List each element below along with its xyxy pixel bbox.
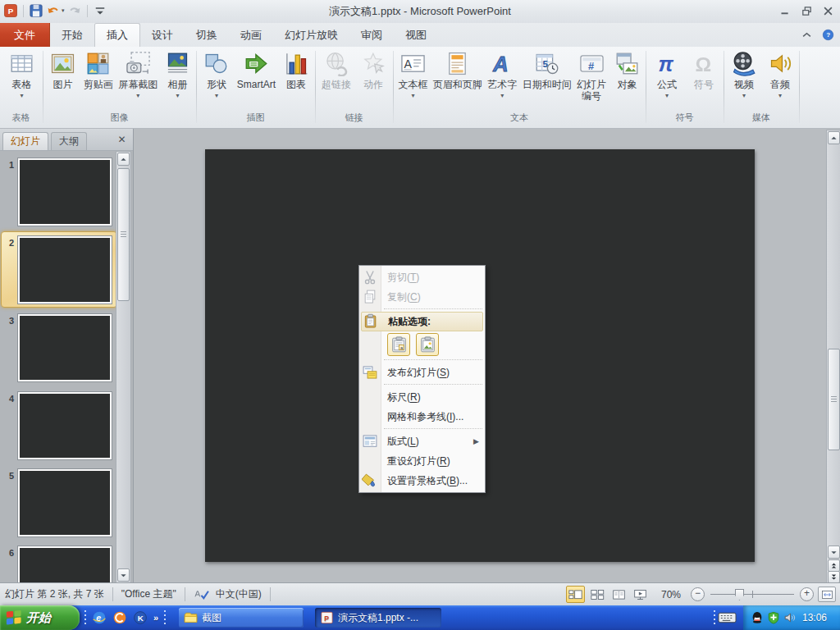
zoom-in-button[interactable]: + bbox=[800, 587, 814, 601]
paste-keep-format-button[interactable]: a bbox=[387, 333, 410, 356]
tab-文件[interactable]: 文件 bbox=[0, 23, 50, 47]
slide-thumbnail-1[interactable]: 1 bbox=[0, 158, 131, 227]
menu-item-paste-options-header[interactable]: 粘贴选项: bbox=[361, 312, 483, 331]
quick-launch-overflow-chevron[interactable]: » bbox=[153, 613, 158, 623]
taskbar-item-screenshot-folder[interactable]: 截图 bbox=[179, 608, 304, 628]
chart-icon bbox=[284, 51, 309, 76]
tray-grip[interactable] bbox=[714, 610, 715, 625]
tab-审阅[interactable]: 审阅 bbox=[349, 23, 394, 47]
ribbon-button-label: 剪贴画 bbox=[84, 79, 113, 90]
slide-sorter-view-button[interactable] bbox=[589, 587, 606, 602]
ribbon-button-SmartArt[interactable]: SmartArt bbox=[236, 51, 276, 90]
restore-button[interactable] bbox=[800, 5, 814, 17]
undo-button[interactable] bbox=[46, 3, 61, 18]
zoom-slider[interactable] bbox=[710, 588, 794, 600]
tab-切换[interactable]: 切换 bbox=[185, 23, 229, 47]
quick-launch-grip[interactable] bbox=[164, 610, 166, 625]
menu-item-format-background[interactable]: 设置背景格式(B)... bbox=[359, 471, 485, 491]
menu-item-reset-slide[interactable]: 重设幻灯片(R) bbox=[359, 451, 485, 471]
redo-button[interactable] bbox=[67, 3, 82, 18]
undo-dropdown-arrow-icon[interactable]: ▾ bbox=[62, 7, 65, 14]
panel-scroll-up-button[interactable] bbox=[117, 153, 130, 166]
ribbon-button-屏幕截图[interactable]: 屏幕截图▾ bbox=[117, 51, 158, 99]
tab-视图[interactable]: 视图 bbox=[394, 23, 438, 47]
slide-number: 6 bbox=[2, 548, 14, 558]
panel-scroll-down-button[interactable] bbox=[117, 568, 130, 582]
save-button[interactable] bbox=[29, 3, 43, 18]
ribbon-button-动作: 动作 bbox=[357, 51, 390, 90]
slide-number: 5 bbox=[2, 471, 14, 481]
ribbon-button-图表[interactable]: 图表 bbox=[280, 51, 313, 90]
ribbon-button-图片[interactable]: 图片 bbox=[46, 51, 79, 90]
menu-item-ruler[interactable]: 标尺(R) bbox=[359, 387, 485, 407]
ribbon-button-label: 页眉和页脚 bbox=[433, 79, 482, 90]
tab-动画[interactable]: 动画 bbox=[229, 23, 273, 47]
ribbon-button-形状[interactable]: 形状▾ bbox=[200, 51, 233, 99]
tab-幻灯片放映[interactable]: 幻灯片放映 bbox=[273, 23, 349, 47]
ribbon-button-相册[interactable]: 相册▾ bbox=[162, 51, 194, 99]
close-button[interactable] bbox=[821, 5, 835, 17]
menu-item-layout[interactable]: 版式(L)▶ bbox=[359, 431, 485, 451]
start-button[interactable]: 开始 bbox=[0, 605, 80, 630]
panel-scrollbar-thumb[interactable] bbox=[117, 168, 130, 301]
scroll-up-button[interactable] bbox=[828, 131, 840, 144]
volume-icon[interactable] bbox=[783, 611, 797, 624]
input-keyboard-icon[interactable] bbox=[718, 610, 737, 625]
tab-outline[interactable]: 大纲 bbox=[51, 132, 87, 150]
ribbon-button-日期和时间[interactable]: 5日期和时间 bbox=[522, 51, 573, 90]
tab-开始[interactable]: 开始 bbox=[50, 23, 94, 47]
slide-thumbnail-4[interactable]: 4 bbox=[0, 392, 131, 461]
internet-explorer-icon[interactable]: e bbox=[92, 610, 107, 625]
tab-slides[interactable]: 幻灯片 bbox=[2, 132, 48, 150]
status-bar-right: 70% − + bbox=[566, 583, 836, 605]
ribbon-button-对象[interactable]: 对象 bbox=[611, 51, 644, 90]
ribbon-button-音频[interactable]: 音频▾ bbox=[764, 51, 797, 99]
minimize-ribbon-button[interactable] bbox=[801, 29, 813, 41]
taskbar-item-powerpoint[interactable]: P 演示文稿1.pptx -... bbox=[315, 608, 441, 628]
quick-launch-grip[interactable] bbox=[84, 610, 86, 625]
theme-name[interactable]: "Office 主题" bbox=[121, 587, 176, 601]
minimize-button[interactable] bbox=[778, 5, 792, 17]
menu-item-label: 剪切(T) bbox=[387, 271, 419, 285]
zoom-slider-thumb[interactable] bbox=[735, 589, 744, 600]
slide-thumbnail-5[interactable]: 5 bbox=[0, 469, 131, 538]
next-slide-button[interactable] bbox=[828, 571, 840, 583]
main-scrollbar[interactable] bbox=[826, 130, 840, 584]
ribbon-button-剪贴画[interactable]: 剪贴画 bbox=[82, 51, 115, 90]
panel-scrollbar[interactable] bbox=[116, 151, 131, 582]
ribbon-button-文本框[interactable]: A文本框▾ bbox=[396, 51, 429, 99]
tab-设计[interactable]: 设计 bbox=[140, 23, 185, 47]
triangle-up-icon bbox=[120, 156, 127, 163]
browser-app-icon[interactable] bbox=[112, 610, 127, 625]
ribbon-button-页眉和页脚[interactable]: 页眉和页脚 bbox=[432, 51, 483, 90]
ribbon-button-幻灯片编号[interactable]: #幻灯片编号 bbox=[575, 51, 608, 102]
reading-view-button[interactable] bbox=[610, 587, 628, 602]
slide-thumbnail-2[interactable]: 2 bbox=[0, 236, 131, 305]
fit-to-window-button[interactable] bbox=[818, 587, 836, 602]
qq-tray-icon[interactable] bbox=[751, 611, 764, 624]
slide-thumbnail-6[interactable]: 6 bbox=[0, 546, 131, 582]
help-button[interactable]: ? bbox=[822, 29, 834, 41]
scroll-down-button[interactable] bbox=[828, 546, 840, 559]
normal-view-button[interactable] bbox=[566, 586, 585, 603]
ribbon-button-表格[interactable]: 表格▾ bbox=[6, 51, 39, 99]
ribbon-button-公式[interactable]: π公式▾ bbox=[651, 51, 683, 99]
paste-picture-button[interactable] bbox=[416, 333, 439, 356]
previous-slide-button[interactable] bbox=[828, 559, 840, 572]
close-panel-button[interactable]: ✕ bbox=[115, 133, 129, 147]
zoom-out-button[interactable]: − bbox=[691, 587, 705, 601]
security-shield-icon[interactable] bbox=[767, 611, 780, 624]
language-indicator[interactable]: 中文(中国) bbox=[216, 587, 262, 601]
spellcheck-icon[interactable] bbox=[194, 588, 209, 600]
menu-item-publish-slides[interactable]: 发布幻灯片(S) bbox=[359, 363, 485, 382]
main-scrollbar-thumb[interactable] bbox=[828, 349, 840, 450]
menu-item-grid-and-guides[interactable]: 网格和参考线(I)... bbox=[359, 407, 485, 427]
ribbon-button-艺术字[interactable]: A艺术字▾ bbox=[486, 51, 518, 99]
tab-插入[interactable]: 插入 bbox=[94, 23, 140, 47]
slide-thumbnail-3[interactable]: 3 bbox=[0, 314, 131, 383]
clock[interactable]: 13:06 bbox=[802, 612, 827, 623]
k-player-icon[interactable]: K bbox=[133, 610, 148, 625]
zoom-level[interactable]: 70% bbox=[661, 589, 681, 600]
slideshow-view-button[interactable] bbox=[632, 587, 649, 602]
ribbon-button-视频[interactable]: 视频▾ bbox=[728, 51, 760, 99]
